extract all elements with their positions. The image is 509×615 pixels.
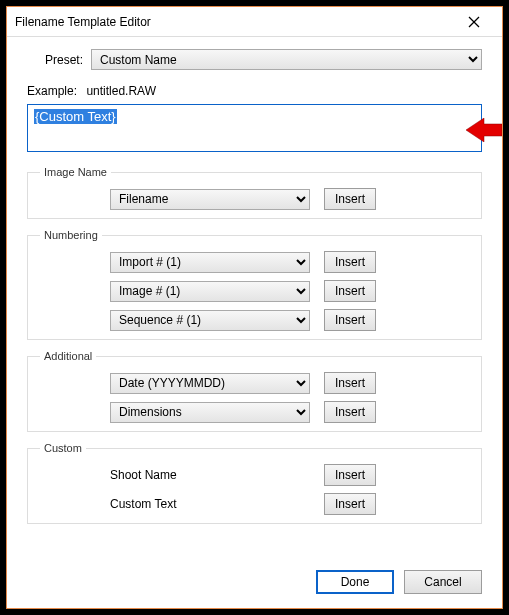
insert-button[interactable]: Insert <box>324 280 376 302</box>
group-numbering: Numbering Import # (1) Insert Image # (1… <box>27 229 482 340</box>
done-button[interactable]: Done <box>316 570 394 594</box>
token-row: Import # (1) Insert <box>40 251 469 273</box>
group-legend: Additional <box>40 350 96 362</box>
insert-button[interactable]: Insert <box>324 309 376 331</box>
insert-button[interactable]: Insert <box>324 401 376 423</box>
window-title: Filename Template Editor <box>15 15 454 29</box>
token-row: Date (YYYYMMDD) Insert <box>40 372 469 394</box>
group-additional: Additional Date (YYYYMMDD) Insert Dimens… <box>27 350 482 432</box>
token-row: Shoot Name Insert <box>40 464 469 486</box>
insert-button[interactable]: Insert <box>324 493 376 515</box>
group-legend: Custom <box>40 442 86 454</box>
numbering-import-select[interactable]: Import # (1) <box>110 252 310 273</box>
group-legend: Numbering <box>40 229 102 241</box>
insert-button[interactable]: Insert <box>324 464 376 486</box>
token-row: Custom Text Insert <box>40 493 469 515</box>
cancel-button[interactable]: Cancel <box>404 570 482 594</box>
group-image-name: Image Name Filename Insert <box>27 166 482 219</box>
insert-button[interactable]: Insert <box>324 188 376 210</box>
numbering-image-select[interactable]: Image # (1) <box>110 281 310 302</box>
template-token-selected: {Custom Text} <box>34 109 117 124</box>
example-value: untitled.RAW <box>86 84 156 98</box>
numbering-sequence-select[interactable]: Sequence # (1) <box>110 310 310 331</box>
token-row: Dimensions Insert <box>40 401 469 423</box>
token-row: Image # (1) Insert <box>40 280 469 302</box>
dialog-footer: Done Cancel <box>27 564 482 594</box>
titlebar: Filename Template Editor <box>7 7 502 37</box>
group-legend: Image Name <box>40 166 111 178</box>
dialog: Filename Template Editor Preset: Custom … <box>6 6 503 609</box>
example-label: Example: <box>27 84 77 98</box>
token-row: Filename Insert <box>40 188 469 210</box>
template-input[interactable]: {Custom Text} <box>27 104 482 152</box>
token-row: Sequence # (1) Insert <box>40 309 469 331</box>
group-custom: Custom Shoot Name Insert Custom Text Ins… <box>27 442 482 524</box>
additional-date-select[interactable]: Date (YYYYMMDD) <box>110 373 310 394</box>
custom-shoot-name-label: Shoot Name <box>110 468 310 482</box>
custom-text-label: Custom Text <box>110 497 310 511</box>
preset-label: Preset: <box>27 53 83 67</box>
close-icon[interactable] <box>454 16 494 28</box>
template-field-wrap: {Custom Text} <box>27 104 482 152</box>
insert-button[interactable]: Insert <box>324 251 376 273</box>
insert-button[interactable]: Insert <box>324 372 376 394</box>
preset-select[interactable]: Custom Name <box>91 49 482 70</box>
dialog-body: Preset: Custom Name Example: untitled.RA… <box>7 37 502 608</box>
app-window: Filename Template Editor Preset: Custom … <box>0 0 509 615</box>
example-row: Example: untitled.RAW <box>27 84 482 98</box>
additional-dimensions-select[interactable]: Dimensions <box>110 402 310 423</box>
image-name-select[interactable]: Filename <box>110 189 310 210</box>
preset-row: Preset: Custom Name <box>27 49 482 70</box>
